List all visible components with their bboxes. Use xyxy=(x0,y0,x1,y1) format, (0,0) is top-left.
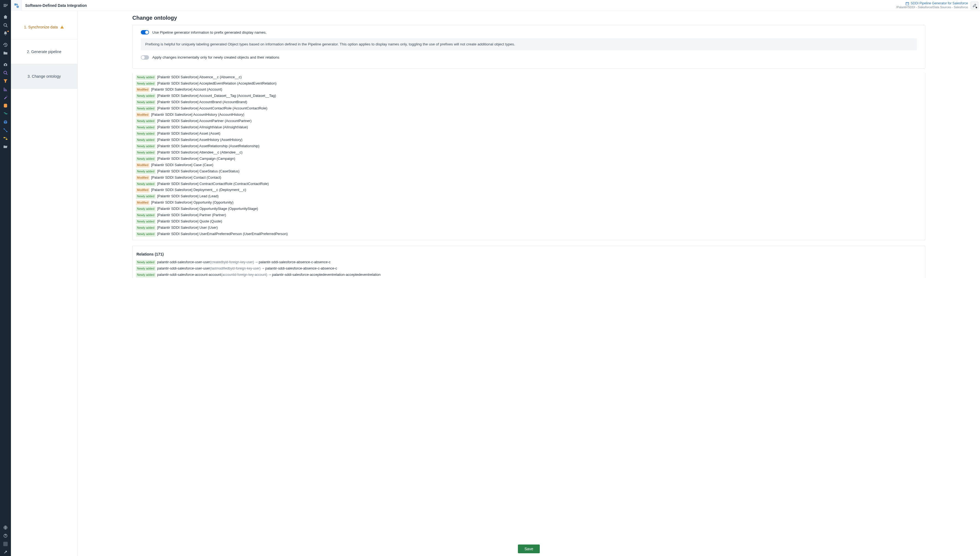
database-icon[interactable] xyxy=(1,102,10,110)
svg-rect-12 xyxy=(906,2,909,5)
object-type-row: Newly added[Palantir SDDI Salesforce] Us… xyxy=(133,231,925,237)
object-type-row: Newly added[Palantir SDDI Salesforce] Ca… xyxy=(133,156,925,162)
status-badge: Newly added xyxy=(136,219,156,224)
notifications-icon[interactable] xyxy=(1,29,10,37)
expand-icon[interactable] xyxy=(1,548,10,556)
avatar-icon[interactable] xyxy=(1,540,10,548)
relations-heading: Relations (171) xyxy=(133,248,925,259)
relations-list: Relations (171) Newly addedpalantir-sddi… xyxy=(132,246,925,278)
globe-icon[interactable] xyxy=(1,524,10,532)
step-generate-pipeline[interactable]: 2. Generate pipeline xyxy=(11,39,77,64)
status-badge: Modified xyxy=(136,112,150,117)
status-badge: Newly added xyxy=(136,157,156,162)
object-type-row: Newly added[Palantir SDDI Salesforce] Ca… xyxy=(133,168,925,175)
object-type-row: Modified[Palantir SDDI Salesforce] Oppor… xyxy=(133,199,925,206)
search-icon[interactable] xyxy=(1,21,10,29)
svg-rect-10 xyxy=(3,542,8,546)
save-button[interactable]: Save xyxy=(518,545,540,553)
object-type-row: Newly added[Palantir SDDI Salesforce] Pa… xyxy=(133,212,925,218)
object-type-row: Newly added[Palantir SDDI Salesforce] Ac… xyxy=(133,118,925,124)
object-type-label: [Palantir SDDI Salesforce] Lead (Lead) xyxy=(157,194,219,199)
object-type-label: [Palantir SDDI Salesforce] Absence__c (A… xyxy=(157,75,242,80)
object-type-label: [Palantir SDDI Salesforce] AcceptedEvent… xyxy=(157,81,276,86)
page-title: Change ontology xyxy=(132,15,925,21)
wand-icon[interactable] xyxy=(1,94,10,101)
menu-icon[interactable] xyxy=(1,2,10,9)
edit-button[interactable] xyxy=(971,2,978,9)
svg-point-2 xyxy=(4,71,6,74)
object-type-row: Modified[Palantir SDDI Salesforce] Accou… xyxy=(133,112,925,118)
toggle-prefix[interactable] xyxy=(141,30,149,34)
object-type-label: [Palantir SDDI Salesforce] AccountBrand … xyxy=(157,100,247,105)
flow-icon[interactable] xyxy=(1,126,10,134)
status-badge: Newly added xyxy=(136,182,156,187)
step-label: 3. Change ontology xyxy=(27,74,61,79)
object-type-label: [Palantir SDDI Salesforce] Account (Acco… xyxy=(151,87,222,92)
status-badge: Newly added xyxy=(136,273,156,278)
status-badge: Newly added xyxy=(136,225,156,230)
object-type-row: Newly added[Palantir SDDI Salesforce] Op… xyxy=(133,206,925,212)
camera-icon[interactable] xyxy=(1,61,10,68)
step-synchronize-data[interactable]: 1. Synchronize data xyxy=(11,15,77,39)
object-type-label: [Palantir SDDI Salesforce] AccountPartne… xyxy=(157,118,251,124)
folder-open-icon[interactable] xyxy=(1,143,10,150)
object-type-row: Modified[Palantir SDDI Salesforce] Case … xyxy=(133,162,925,168)
status-badge: Modified xyxy=(136,188,150,192)
status-badge: Newly added xyxy=(136,81,156,86)
object-type-label: [Palantir SDDI Salesforce] AssetHistory … xyxy=(157,137,243,142)
app-icon[interactable] xyxy=(11,0,22,11)
object-type-label: [Palantir SDDI Salesforce] Partner (Part… xyxy=(157,213,226,218)
toggle-prefix-row: Use Pipeline generator information to pr… xyxy=(141,30,917,34)
step-change-ontology[interactable]: 3. Change ontology xyxy=(11,64,77,89)
chart-icon[interactable] xyxy=(1,86,10,93)
save-bar: Save xyxy=(132,542,925,556)
svg-rect-6 xyxy=(3,137,5,138)
left-rail xyxy=(0,0,11,556)
pipeline-icon[interactable] xyxy=(1,110,10,118)
project-name: SDDI Pipeline Generator for Salesforce xyxy=(911,2,968,5)
status-badge: Newly added xyxy=(136,137,156,142)
object-type-row: Newly added[Palantir SDDI Salesforce] Co… xyxy=(133,181,925,187)
object-type-label: [Palantir SDDI Salesforce] Contact (Cont… xyxy=(151,175,221,180)
folder-icon[interactable] xyxy=(1,49,10,57)
object-type-label: [Palantir SDDI Salesforce] ContractConta… xyxy=(157,181,269,187)
status-badge: Modified xyxy=(136,200,150,205)
help-icon[interactable] xyxy=(1,532,10,540)
status-badge: Newly added xyxy=(136,75,156,80)
object-type-label: [Palantir SDDI Salesforce] OpportunitySt… xyxy=(157,206,258,212)
object-types-list: Newly added[Palantir SDDI Salesforce] Ab… xyxy=(132,73,925,240)
toggle-prefix-label: Use Pipeline generator information to pr… xyxy=(152,31,267,34)
status-badge: Newly added xyxy=(136,131,156,136)
filter-icon[interactable] xyxy=(1,77,10,85)
project-link[interactable]: SDDI Pipeline Generator for Salesforce /… xyxy=(896,2,968,9)
status-badge: Newly added xyxy=(136,106,156,111)
object-type-label: [Palantir SDDI Salesforce] AIInsightValu… xyxy=(157,125,248,130)
object-type-row: Newly added[Palantir SDDI Salesforce] Ac… xyxy=(133,81,925,87)
calendar-icon xyxy=(905,2,909,5)
toggle-incremental[interactable] xyxy=(141,55,149,60)
svg-point-11 xyxy=(16,5,19,8)
status-badge: Newly added xyxy=(136,260,156,265)
object-type-row: Newly added[Palantir SDDI Salesforce] As… xyxy=(133,137,925,143)
history-icon[interactable] xyxy=(1,41,10,49)
object-type-label: [Palantir SDDI Salesforce] Quote (Quote) xyxy=(157,219,222,224)
object-type-row: Newly added[Palantir SDDI Salesforce] AI… xyxy=(133,124,925,131)
project-path: /Palantir/SDDI - Salesforce/Data Sources… xyxy=(896,5,968,9)
status-badge: Modified xyxy=(136,175,150,180)
inspect-icon[interactable] xyxy=(1,69,10,77)
home-icon[interactable] xyxy=(1,13,10,21)
status-badge: Newly added xyxy=(136,125,156,130)
cursor-icon xyxy=(975,6,978,10)
object-type-row: Newly added[Palantir SDDI Salesforce] As… xyxy=(133,143,925,149)
status-badge: Newly added xyxy=(136,150,156,155)
status-badge: Newly added xyxy=(136,100,156,105)
relation-text: palantir-sddi-salesforce-account-account… xyxy=(157,272,380,278)
content-area: Change ontology Use Pipeline generator i… xyxy=(77,11,980,556)
relation-text: palantir-sddi-salesforce-user-user(lastm… xyxy=(157,266,337,271)
compare-icon[interactable] xyxy=(1,135,10,142)
warning-icon xyxy=(60,25,64,29)
toggle-incremental-label: Apply changes incrementally only for new… xyxy=(152,55,279,59)
status-badge: Newly added xyxy=(136,144,156,149)
object-type-row: Newly added[Palantir SDDI Salesforce] Qu… xyxy=(133,218,925,225)
cube-icon[interactable] xyxy=(1,118,10,126)
